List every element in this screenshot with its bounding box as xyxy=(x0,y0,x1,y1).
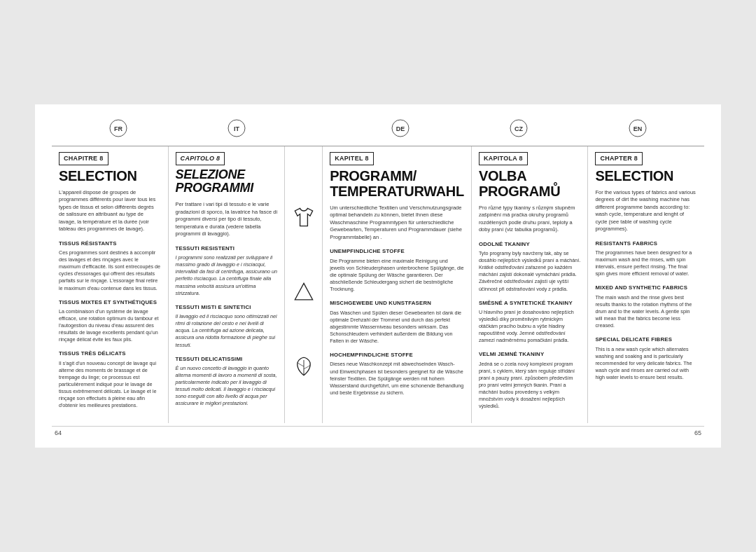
subsection-text-fr-2: Il s'agit d'un nouveau concept de lavage… xyxy=(59,360,161,410)
subsection-fr-2: TISSUS TRÈS DÉLICATS Il s'agit d'un nouv… xyxy=(59,350,161,409)
chapter-de: KAPITEL 8 xyxy=(330,152,374,165)
col-fr: CHAPITRE 8 SELECTION L'appareil dispose … xyxy=(52,146,169,422)
subsection-text-de-0: Die Programme bieten eine maximale Reini… xyxy=(330,258,464,293)
subsection-title-fr-0: TISSUS RÉSISTANTS xyxy=(59,240,161,248)
subsection-title-en-0: RESISTANTS FABRICS xyxy=(595,240,697,248)
col-it: CAPITOLO 8 SELEZIONE PROGRAMMI Per tratt… xyxy=(169,146,286,422)
subsection-title-it-0: TESSUTI RESISTENTI xyxy=(176,245,278,253)
subsection-text-cz-0: Tyto programy byly navrženy tak, aby se … xyxy=(479,250,581,292)
subsection-cz-1: SMĚSNÉ A SYNTETICKÉ TKANINY U hlavního p… xyxy=(479,300,581,345)
subsection-text-de-2: Dieses neue Waschkonzept mit abwechselnd… xyxy=(330,361,464,396)
subsection-text-it-2: È un nuovo concetto di lavaggio in quant… xyxy=(176,365,278,407)
subsection-title-en-1: MIXED AND SYNTHETIC FABRICS xyxy=(595,284,697,292)
flag-it: IT xyxy=(181,118,293,142)
subsection-title-cz-1: SMĚSNÉ A SYNTETICKÉ TKANINY xyxy=(479,300,581,308)
intro-de: Um unterschiedliche Textilien und Versch… xyxy=(330,205,464,242)
chapter-cz: KAPITOLA 8 xyxy=(479,152,528,165)
subsection-en-2: SPECIAL DELICATE FIBRES This is a new wa… xyxy=(595,336,697,381)
subsection-title-fr-2: TISSUS TRÈS DÉLICATS xyxy=(59,350,161,358)
subsection-it-0: TESSUTI RESISTENTI I programmi sono real… xyxy=(176,245,278,297)
page-number-left: 64 xyxy=(55,429,62,436)
subsection-cz-2: VELMI JEMNÉ TKANINY Jedná se o zcela nov… xyxy=(479,351,581,410)
subsection-fr-0: TISSUS RÉSISTANTS Ces programmes sont de… xyxy=(59,240,161,292)
intro-cz: Pro různé typy tkaniny s různým stupněm … xyxy=(479,205,581,234)
col-cz: KAPITOLA 8 VOLBA PROGRAMŮ Pro různé typy… xyxy=(472,146,589,422)
icons-column xyxy=(285,146,323,422)
subsection-text-fr-1: La combinaison d'un système de lavage ef… xyxy=(59,308,161,343)
subsection-text-it-1: Il lavaggio ed il risciacquo sono ottimi… xyxy=(176,313,278,348)
title-fr: SELECTION xyxy=(59,168,161,184)
intro-fr: L'appareil dispose de groupes de program… xyxy=(59,189,161,233)
col-de: KAPITEL 8 PROGRAMM/ TEMPERATURWAHL Um un… xyxy=(323,146,472,422)
svg-text:DE: DE xyxy=(396,125,405,132)
title-de: PROGRAMM/ TEMPERATURWAHL xyxy=(330,168,464,199)
subsection-de-2: HOCHEMPFINDLICHE STOFFE Dieses neue Wasc… xyxy=(330,352,464,396)
flag-fr: FR xyxy=(62,118,174,142)
chapter-it: CAPITOLO 8 xyxy=(176,152,225,165)
resistant-fabrics-icon xyxy=(291,180,316,254)
subsection-fr-1: TISSUS MIXTES ET SYNTHÉTIQUES La combina… xyxy=(59,299,161,344)
col-en: CHAPTER 8 SELECTION For the various type… xyxy=(588,146,704,422)
chapter-fr: CHAPITRE 8 xyxy=(59,152,108,165)
subsection-it-2: TESSUTI DELICATISSIMI È un nuovo concett… xyxy=(176,356,278,408)
flag-de: DE xyxy=(344,118,456,142)
svg-text:FR: FR xyxy=(114,125,122,132)
intro-it: Per trattare i vari tipi di tessuto e le… xyxy=(176,201,278,238)
svg-text:IT: IT xyxy=(234,125,240,132)
subsection-text-en-1: The main wash and the rinse gives best r… xyxy=(595,294,697,329)
chapter-en: CHAPTER 8 xyxy=(595,152,643,165)
subsection-it-1: TESSUTI MISTI E SINTETICI Il lavaggio ed… xyxy=(176,304,278,349)
subsection-title-fr-1: TISSUS MIXTES ET SYNTHÉTIQUES xyxy=(59,299,161,307)
svg-text:EN: EN xyxy=(634,125,643,132)
svg-text:CZ: CZ xyxy=(514,125,523,132)
subsection-title-en-2: SPECIAL DELICATE FIBRES xyxy=(595,336,697,344)
manual-page: FR IT DE CZ EN xyxy=(35,104,721,447)
subsection-de-1: MISCHGEWEBE UND KUNSTFASERN Das Waschen … xyxy=(330,300,464,345)
subsection-title-de-2: HOCHEMPFINDLICHE STOFFE xyxy=(330,352,464,359)
intro-en: For the various types of fabrics and var… xyxy=(595,189,697,233)
subsection-title-cz-2: VELMI JEMNÉ TKANINY xyxy=(479,351,581,359)
subsection-title-it-1: TESSUTI MISTI E SINTETICI xyxy=(176,304,278,312)
subsection-text-en-2: This is a new wash cycle which alternate… xyxy=(595,346,697,381)
flag-cz: CZ xyxy=(463,118,575,142)
subsection-title-de-1: MISCHGEWEBE UND KUNSTFASERN xyxy=(330,300,464,308)
subsection-title-de-0: UNEMPFINDLICHE STOFFE xyxy=(330,248,464,256)
subsection-text-cz-1: U hlavního praní je dosahováno nejlepšíc… xyxy=(479,309,581,344)
page-numbers: 64 65 xyxy=(52,426,704,436)
icons-wrapper xyxy=(291,152,316,417)
title-en: SELECTION xyxy=(595,168,697,184)
subsection-en-0: RESISTANTS FABRICS The programmes have b… xyxy=(595,240,697,278)
title-cz: VOLBA PROGRAMŮ xyxy=(479,168,581,199)
mixed-fabrics-icon xyxy=(291,254,316,329)
subsection-text-cz-2: Jedná se o zcela nový komplexní program … xyxy=(479,361,581,410)
subsection-en-1: MIXED AND SYNTHETIC FABRICS The main was… xyxy=(595,284,697,329)
subsection-text-it-0: I programmi sono realizzati per sviluppa… xyxy=(176,254,278,296)
subsection-text-en-0: The programmes have been designed for a … xyxy=(595,249,697,277)
flag-en: EN xyxy=(582,118,694,142)
subsection-text-de-1: Das Waschen und Spülen dieser Gewebearte… xyxy=(330,310,464,345)
subsection-de-0: UNEMPFINDLICHE STOFFE Die Programme biet… xyxy=(330,248,464,293)
subsection-title-cz-0: ODOLNÉ TKANINY xyxy=(479,241,581,249)
subsection-text-fr-0: Ces programmes sont destinés à accomplir… xyxy=(59,249,161,291)
content-columns: CHAPITRE 8 SELECTION L'appareil dispose … xyxy=(52,146,704,422)
subsection-cz-0: ODOLNÉ TKANINY Tyto programy byly navrže… xyxy=(479,241,581,293)
language-flags-row: FR IT DE CZ EN xyxy=(52,118,704,142)
title-it: SELEZIONE PROGRAMMI xyxy=(176,168,278,196)
subsection-title-it-2: TESSUTI DELICATISSIMI xyxy=(176,356,278,364)
page-number-right: 65 xyxy=(694,429,701,436)
delicate-fabrics-icon xyxy=(291,329,316,403)
flag-icons-spacer xyxy=(300,118,337,142)
